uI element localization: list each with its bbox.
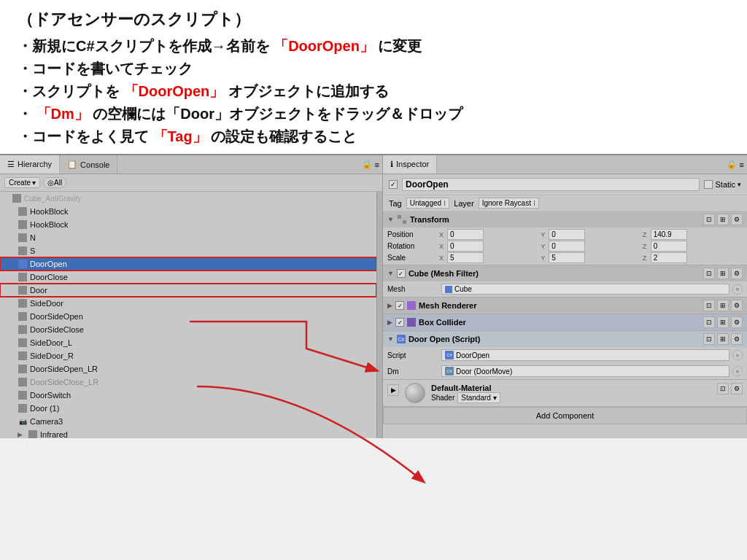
mesh-renderer-toggle[interactable]: ▶	[387, 302, 392, 309]
script-settings-btn[interactable]: ⚙	[731, 333, 743, 345]
script-toggle[interactable]: ▼	[387, 335, 394, 343]
position-z-input[interactable]	[651, 229, 687, 240]
list-item-sidedoor-l[interactable]: SideDoor_L	[0, 336, 376, 349]
mesh-renderer-ref-btn[interactable]: ⊡	[703, 300, 715, 311]
bullet-4: ・ 「Dm」 の空欄には「Door」オブジェクトをドラッグ＆ドロップ	[18, 103, 729, 125]
mesh-pick-btn[interactable]: ○	[732, 284, 743, 295]
rotation-y-label: Y	[541, 243, 548, 250]
list-item-hookblock-2[interactable]: HookBlock	[0, 218, 376, 231]
inspector-menu-icon[interactable]: ≡	[740, 160, 744, 169]
hierarchy-tab-label: Hierarchy	[18, 160, 52, 168]
search-all[interactable]: ◎All	[43, 177, 66, 188]
active-checkbox[interactable]: ✓	[389, 180, 398, 189]
transform-toggle[interactable]: ▼	[387, 216, 394, 223]
create-button[interactable]: Create ▾	[4, 177, 40, 188]
mesh-filter-ref-btn[interactable]: ⊡	[703, 268, 715, 279]
transform-snap-btn[interactable]: ⊞	[717, 214, 729, 225]
cube-antigravity-icon	[12, 193, 22, 203]
static-checkbox[interactable]	[704, 180, 713, 189]
menu-icon[interactable]: ≡	[375, 160, 379, 169]
list-item-doorsideclose-lr[interactable]: DoorSideClose_LR	[0, 376, 376, 389]
list-item-doorsideopen-lr[interactable]: DoorSideOpen_LR	[0, 362, 376, 376]
scale-x-input[interactable]	[447, 252, 484, 263]
rotation-z-input[interactable]	[651, 241, 687, 252]
list-item-n[interactable]: N	[0, 231, 376, 244]
list-item-sidedoor-r[interactable]: SideDoor_R	[0, 349, 376, 362]
box-collider-toggle[interactable]: ▶	[387, 319, 392, 326]
scale-z-input[interactable]	[651, 252, 687, 263]
rotation-x-label: X	[439, 243, 446, 250]
sphere-icon	[405, 383, 425, 403]
mesh-renderer-btns: ⊡ ⊞ ⚙	[703, 300, 743, 311]
list-item-s[interactable]: S	[0, 244, 376, 257]
material-name: Default-Material	[431, 384, 711, 392]
list-item-cube-antigravity[interactable]: Cube_AntiGravity	[0, 192, 376, 205]
position-y-input[interactable]	[549, 229, 585, 240]
mesh-filter-snap-btn[interactable]: ⊞	[717, 268, 729, 279]
mesh-renderer-checkbox[interactable]: ✓	[395, 301, 404, 310]
script-btns: ⊡ ⊞ ⚙	[703, 333, 743, 345]
lock-icon: 🔒	[362, 160, 372, 169]
material-toggle[interactable]: ▶	[387, 384, 399, 396]
script-ref-btn[interactable]: ⊡	[703, 333, 715, 345]
tab-inspector[interactable]: ℹ Inspector	[383, 155, 437, 174]
mesh-row: Mesh Cube ○	[383, 281, 747, 297]
object-name-input[interactable]	[402, 178, 700, 191]
transform-section: ▼ Transform ⊡ ⊞ ⚙ Position	[383, 211, 747, 265]
box-collider-checkbox[interactable]: ✓	[395, 318, 404, 327]
list-item-hookblock-1[interactable]: HookBlock	[0, 205, 376, 218]
mesh-filter-toggle[interactable]: ▼	[387, 270, 394, 277]
tag-dropdown[interactable]: Untagged ⁝	[406, 198, 449, 209]
script-pick-btn[interactable]: ○	[732, 350, 743, 360]
list-item-doorclose[interactable]: DoorClose	[0, 271, 376, 284]
bullet-5: ・コードをよく見て 「Tag」 の設定も確認すること	[18, 125, 729, 148]
list-item-door1[interactable]: Door (1)	[0, 402, 376, 415]
list-item-door[interactable]: Door	[0, 284, 376, 297]
list-item-doorsideclose[interactable]: DoorSideClose	[0, 323, 376, 336]
transform-ref-btn[interactable]: ⊡	[703, 214, 715, 225]
transform-settings-btn[interactable]: ⚙	[731, 214, 743, 225]
add-component-label: Add Component	[536, 411, 595, 420]
script-cs-icon: C#	[445, 351, 454, 359]
mesh-filter-checkbox[interactable]: ✓	[397, 269, 406, 278]
add-component-button[interactable]: Add Component	[383, 407, 747, 424]
scale-z-field: Z	[643, 252, 743, 263]
shader-dropdown[interactable]: Standard ▾	[457, 392, 500, 403]
material-btns: ⊡ ⚙	[717, 383, 743, 394]
scale-y-input[interactable]	[549, 252, 585, 263]
list-item-camera3[interactable]: 📷 Camera3	[0, 415, 376, 428]
dm-pick-btn[interactable]: ○	[732, 366, 743, 376]
rotation-x-input[interactable]	[447, 241, 484, 252]
list-item-dooropen[interactable]: DoorOpen	[0, 257, 376, 271]
hierarchy-scrollbar[interactable]	[376, 192, 382, 438]
hierarchy-tab-icon: ☰	[7, 160, 15, 169]
doorswitch-icon	[18, 390, 28, 400]
tag-value: Untagged	[410, 199, 441, 207]
list-item-doorsideopen[interactable]: DoorSideOpen	[0, 310, 376, 323]
mesh-renderer-settings-btn[interactable]: ⚙	[731, 300, 743, 311]
infrared-icon	[28, 429, 38, 438]
position-x-input[interactable]	[447, 229, 484, 240]
tab-console[interactable]: 📋 Console	[60, 155, 117, 174]
material-ref-btn[interactable]: ⊡	[717, 383, 729, 394]
list-item-sidedoor[interactable]: SideDoor	[0, 297, 376, 310]
box-collider-ref-btn[interactable]: ⊡	[703, 316, 715, 328]
material-settings-btn[interactable]: ⚙	[731, 383, 743, 394]
box-collider-settings-btn[interactable]: ⚙	[731, 316, 743, 328]
mesh-filter-settings-btn[interactable]: ⚙	[731, 268, 743, 279]
script-snap-btn[interactable]: ⊞	[717, 333, 729, 345]
tab-hierarchy[interactable]: ☰ Hierarchy	[0, 155, 60, 174]
box-collider-snap-btn[interactable]: ⊞	[717, 316, 729, 328]
rotation-z-field: Z	[643, 241, 743, 252]
mesh-renderer-snap-btn[interactable]: ⊞	[717, 300, 729, 311]
console-tab-label: Console	[80, 160, 109, 169]
list-item-infrared[interactable]: ▶ Infrared	[0, 428, 376, 438]
create-label: Create	[9, 179, 31, 187]
rotation-label: Rotation	[387, 241, 438, 252]
list-item-doorswitch[interactable]: DoorSwitch	[0, 389, 376, 402]
svg-rect-1	[398, 215, 401, 219]
static-dropdown-icon[interactable]: ▾	[738, 181, 741, 188]
bullet-1: ・新規にC#スクリプトを作成→名前を 「DoorOpen」 に変更	[18, 35, 729, 58]
layer-dropdown[interactable]: Ignore Raycast ⁝	[479, 198, 539, 209]
rotation-y-input[interactable]	[549, 241, 585, 252]
